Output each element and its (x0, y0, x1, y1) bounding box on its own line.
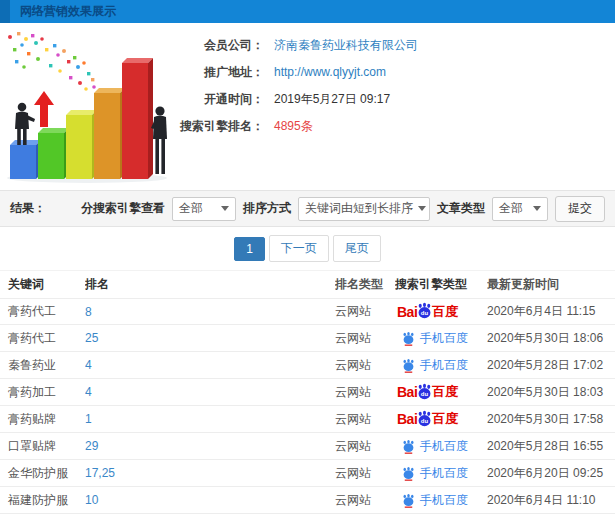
svg-text:du: du (421, 390, 429, 396)
baidu-bai-text: Bai (397, 304, 417, 320)
table-row: 金华防护服17,25云网站手机百度2020年6月20日 09:25 (0, 460, 615, 487)
mobile-baidu-label: 手机百度 (420, 465, 468, 482)
baidu-logo: Baidu百度 (397, 410, 458, 429)
info-field-promo-url: 推广地址：http://www.qlyyjt.com (172, 64, 418, 81)
rank-link[interactable]: 17,25 (85, 466, 115, 480)
updated-cell: 2020年5月30日 17:58 (487, 411, 615, 428)
rank-count: 4895 (274, 119, 301, 133)
table-row: 膏药代工8云网站Baidu百度2020年6月4日 11:15 (0, 298, 615, 325)
engine-select-value: 全部 (179, 200, 203, 217)
engine-cell: 手机百度 (395, 330, 487, 347)
rank-link[interactable]: 29 (85, 439, 98, 453)
article-type-select[interactable]: 全部 (492, 197, 548, 221)
engine-select[interactable]: 全部 (172, 197, 236, 221)
last-page-button[interactable]: 尾页 (333, 235, 381, 262)
rank-link[interactable]: 1 (85, 412, 92, 426)
baidu-cn-text: 百度 (432, 303, 458, 321)
mobile-baidu-logo: 手机百度 (401, 465, 468, 482)
svg-text:du: du (421, 310, 429, 316)
baidu-bai-text: Bai (397, 411, 417, 427)
caret-down-icon (533, 206, 541, 211)
rank-link[interactable]: 25 (85, 331, 98, 345)
caret-down-icon (221, 206, 229, 211)
col-header-keyword: 关键词 (0, 276, 85, 293)
engine-cell: 手机百度 (395, 492, 487, 509)
updated-cell: 2020年5月30日 18:03 (487, 384, 615, 401)
engine-rank-label: 搜索引擎排名： (172, 118, 264, 135)
updated-cell: 2020年6月4日 11:15 (487, 303, 615, 320)
rank-cell: 29 (85, 439, 335, 453)
baidu-paw-icon: du (416, 383, 433, 400)
engine-cell: Baidu百度 (395, 383, 487, 402)
pagination: 1 下一页 尾页 (0, 227, 615, 270)
bar-chart-illustration (2, 27, 170, 185)
table-row: 秦鲁药业4云网站手机百度2020年5月28日 17:02 (0, 352, 615, 379)
rank-type-cell: 云网站 (335, 357, 395, 374)
rank-type-cell: 云网站 (335, 438, 395, 455)
member-company-value[interactable]: 济南秦鲁药业科技有限公司 (274, 37, 418, 54)
mobile-baidu-logo: 手机百度 (401, 357, 468, 374)
baidu-paw-icon: du (416, 302, 433, 319)
table-row: 膏药贴牌1云网站Baidu百度2020年5月30日 17:58 (0, 406, 615, 433)
info-field-open-time: 开通时间：2019年5月27日 09:17 (172, 91, 418, 108)
bar-chart-image (2, 27, 170, 185)
mobile-baidu-label: 手机百度 (420, 492, 468, 509)
rank-cell: 17,25 (85, 466, 335, 480)
sort-select[interactable]: 关键词由短到长排序 (298, 197, 430, 221)
mobile-baidu-paw-icon (401, 358, 416, 373)
page-title: 网络营销效果展示 (20, 3, 116, 20)
page-1-button[interactable]: 1 (234, 237, 265, 261)
article-type-select-value: 全部 (499, 200, 523, 217)
rank-cell: 25 (85, 331, 335, 345)
mobile-baidu-paw-icon (401, 493, 416, 508)
rank-type-cell: 云网站 (335, 384, 395, 401)
col-header-rank-type: 排名类型 (335, 276, 395, 293)
info-section: 会员公司：济南秦鲁药业科技有限公司推广地址：http://www.qlyyjt.… (0, 23, 615, 190)
keyword-cell: 口罩贴牌 (0, 438, 85, 455)
rank-link[interactable]: 8 (85, 305, 92, 319)
results-table: 关键词排名排名类型搜索引擎类型最新更新时间 膏药代工8云网站Baidu百度202… (0, 270, 615, 514)
rank-link[interactable]: 4 (85, 358, 92, 372)
table-row: 福建防护服10云网站手机百度2020年6月4日 11:10 (0, 487, 615, 514)
baidu-logo: Baidu百度 (397, 302, 458, 321)
rank-type-cell: 云网站 (335, 303, 395, 320)
updated-cell: 2020年5月28日 17:02 (487, 357, 615, 374)
engine-cell: Baidu百度 (395, 302, 487, 321)
col-header-updated: 最新更新时间 (487, 276, 615, 293)
mobile-baidu-paw-icon (401, 466, 416, 481)
submit-button[interactable]: 提交 (555, 196, 605, 222)
table-header-row: 关键词排名排名类型搜索引擎类型最新更新时间 (0, 270, 615, 298)
caret-down-icon (418, 206, 426, 211)
keyword-cell: 膏药代工 (0, 330, 85, 347)
filter-controls: 分搜索引擎查看 全部 排序方式 关键词由短到长排序 文章类型 全部 提交 (81, 196, 605, 222)
updated-cell: 2020年5月28日 16:55 (487, 438, 615, 455)
baidu-cn-text: 百度 (432, 410, 458, 428)
rank-cell: 4 (85, 358, 335, 372)
rank-cell: 8 (85, 305, 335, 319)
mobile-baidu-paw-icon (401, 439, 416, 454)
keyword-cell: 膏药代工 (0, 303, 85, 320)
rank-cell: 10 (85, 493, 335, 507)
keyword-cell: 膏药加工 (0, 384, 85, 401)
baidu-bai-text: Bai (397, 384, 417, 400)
rank-cell: 1 (85, 412, 335, 426)
filter-bar: 结果： 分搜索引擎查看 全部 排序方式 关键词由短到长排序 文章类型 全部 提交 (0, 190, 615, 227)
mobile-baidu-logo: 手机百度 (401, 330, 468, 347)
baidu-paw-icon: du (416, 410, 433, 427)
result-label: 结果： (10, 200, 46, 217)
table-body: 膏药代工8云网站Baidu百度2020年6月4日 11:15膏药代工25云网站手… (0, 298, 615, 514)
mobile-baidu-paw-icon (401, 331, 416, 346)
rank-unit: 条 (301, 119, 313, 133)
rank-type-cell: 云网站 (335, 492, 395, 509)
rank-link[interactable]: 10 (85, 493, 98, 507)
article-type-label: 文章类型 (437, 200, 485, 217)
updated-cell: 2020年5月30日 18:06 (487, 330, 615, 347)
col-header-engine-type: 搜索引擎类型 (395, 276, 487, 293)
next-page-button[interactable]: 下一页 (269, 235, 329, 262)
member-company-label: 会员公司： (172, 37, 264, 54)
promo-url-value[interactable]: http://www.qlyyjt.com (274, 64, 386, 81)
engine-cell: 手机百度 (395, 357, 487, 374)
engine-rank-value: 4895条 (274, 118, 313, 135)
rank-link[interactable]: 4 (85, 385, 92, 399)
header-left-accent (0, 0, 10, 23)
